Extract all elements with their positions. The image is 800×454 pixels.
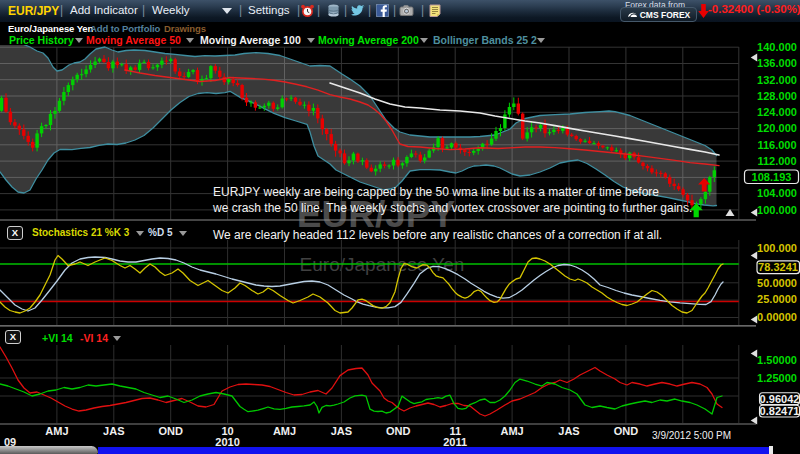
svg-text:0.82471: 0.82471 bbox=[760, 405, 800, 417]
svg-text:AMJ: AMJ bbox=[45, 425, 68, 437]
svg-text:11: 11 bbox=[449, 425, 461, 437]
svg-text:0.00000: 0.00000 bbox=[757, 311, 797, 323]
svg-text:100.000: 100.000 bbox=[757, 204, 797, 216]
svg-text:116.000: 116.000 bbox=[757, 139, 796, 151]
svg-text:50.0000: 50.0000 bbox=[757, 277, 797, 289]
svg-text:120.000: 120.000 bbox=[757, 122, 797, 134]
svg-text:JAS: JAS bbox=[103, 425, 124, 437]
svg-text:1.25000: 1.25000 bbox=[757, 372, 797, 384]
svg-text:124.000: 124.000 bbox=[757, 106, 797, 118]
svg-text:OND: OND bbox=[614, 425, 639, 437]
svg-text:OND: OND bbox=[386, 425, 411, 437]
svg-text:112.000: 112.000 bbox=[757, 155, 796, 167]
svg-text:EURJPY weekly are being capped: EURJPY weekly are being capped by the 50… bbox=[213, 185, 659, 199]
svg-text:JAS: JAS bbox=[331, 425, 352, 437]
svg-text:78.3241: 78.3241 bbox=[758, 261, 798, 273]
svg-text:108.193: 108.193 bbox=[752, 171, 792, 183]
svg-text:1.50000: 1.50000 bbox=[757, 354, 797, 366]
svg-text:AMJ: AMJ bbox=[500, 425, 523, 437]
svg-text:132.000: 132.000 bbox=[757, 74, 797, 86]
svg-text:JAS: JAS bbox=[558, 425, 579, 437]
svg-text:128.000: 128.000 bbox=[757, 90, 797, 102]
svg-text:We are clearly headed 112 leve: We are clearly headed 112 levels before … bbox=[213, 228, 662, 242]
svg-text:we crash the 50 line. The week: we crash the 50 line. The weekly stochs … bbox=[212, 201, 692, 215]
svg-text:25.0000: 25.0000 bbox=[757, 293, 797, 305]
svg-text:10: 10 bbox=[221, 425, 233, 437]
svg-text:100.000: 100.000 bbox=[757, 242, 797, 254]
svg-text:140.000: 140.000 bbox=[757, 41, 797, 53]
svg-text:136.000: 136.000 bbox=[757, 57, 797, 69]
svg-text:3/9/2012 5:00 PM: 3/9/2012 5:00 PM bbox=[652, 430, 731, 441]
svg-text:0.96042: 0.96042 bbox=[760, 393, 800, 405]
svg-text:AMJ: AMJ bbox=[273, 425, 296, 437]
svg-text:104.000: 104.000 bbox=[757, 187, 797, 199]
svg-text:OND: OND bbox=[158, 425, 183, 437]
